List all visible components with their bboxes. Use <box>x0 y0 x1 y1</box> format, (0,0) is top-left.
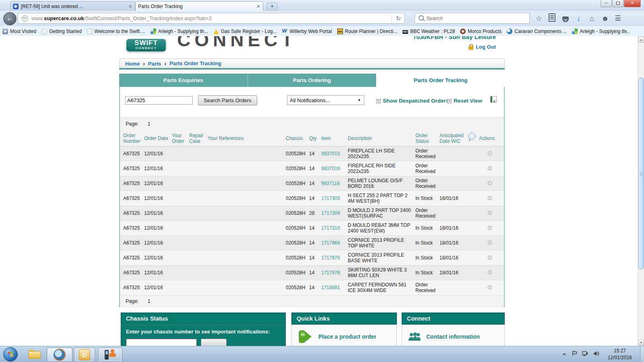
scrollbar-thumb[interactable] <box>638 78 644 269</box>
parts-tab[interactable]: Parts Order Tracking <box>376 74 505 87</box>
order-status: Order Received <box>415 282 440 293</box>
actions-gear-icon[interactable]: ⚙ <box>479 181 502 186</box>
browser-titlebar: [RET-59] Unit was ordered ... ✕ Parts Or… <box>0 0 644 11</box>
contact-information-link[interactable]: Contact information <box>426 333 480 340</box>
actions-gear-icon[interactable]: ⚙ <box>479 240 502 246</box>
clock[interactable]: 15:27 12/01/2016 <box>601 348 638 361</box>
new-tab-button[interactable]: + <box>266 2 278 11</box>
reset-view-link[interactable]: Reset View <box>447 97 482 104</box>
bookmark-item[interactable]: Most Visited <box>2 29 36 34</box>
notifications-dropdown[interactable]: All Notifications... ▼ <box>287 95 364 105</box>
scroll-up-icon[interactable]: ▲ <box>638 37 644 43</box>
qty: 14 <box>309 151 321 156</box>
browser-search-input[interactable] <box>425 15 508 22</box>
hello-smiley-icon[interactable]: ☻ <box>599 12 612 25</box>
actions-gear-icon[interactable]: ⚙ <box>479 166 502 171</box>
reload-icon[interactable]: ↻ <box>392 15 405 22</box>
description: CARPET FERNDOWN 581 ICE 30X4M WIDE <box>348 282 415 293</box>
order-date: 12/01/16 <box>144 285 172 290</box>
actions-gear-icon[interactable]: ⚙ <box>479 285 502 290</box>
breadcrumb-link[interactable]: Parts <box>148 60 169 67</box>
order-search-input[interactable] <box>125 96 193 105</box>
bookmark-item[interactable]: Caravan Components ... <box>507 29 567 34</box>
close-button[interactable]: ✕ <box>624 0 641 7</box>
svg-text:en: en <box>301 333 305 336</box>
tray-expand-icon[interactable] <box>562 351 567 358</box>
search-parts-orders-button[interactable]: Search Parts Orders <box>198 95 257 105</box>
home-icon[interactable]: ⌂ <box>585 12 599 25</box>
anticipated-date: 18/01/16 <box>440 240 469 246</box>
action-center-flag-icon[interactable] <box>572 351 577 358</box>
actions-gear-icon[interactable]: ⚙ <box>479 151 502 156</box>
browser-search-box[interactable] <box>415 13 530 24</box>
chassis-number-input[interactable] <box>126 339 197 346</box>
parts-tab[interactable]: Parts Ordering <box>248 74 377 87</box>
back-button[interactable]: ← <box>3 12 17 25</box>
bookmarks-overflow-chevron-icon[interactable]: » <box>624 28 627 34</box>
order-status: In Stock <box>415 225 440 231</box>
bookmark-item[interactable]: Route Planner | Directi... <box>337 29 398 34</box>
url-path: /SwiftConnect/Parts_Order_Tracking/index… <box>84 15 212 21</box>
network-icon[interactable] <box>582 351 588 358</box>
breadcrumb-link[interactable]: Home <box>125 60 148 67</box>
restore-button[interactable] <box>612 0 623 7</box>
actions-gear-icon[interactable]: ⚙ <box>479 255 502 261</box>
tab-close-icon[interactable]: ✕ <box>256 4 260 9</box>
item-link: 1717309 <box>321 210 348 216</box>
bookmark-item[interactable]: Arleigh - Supplying th... <box>151 29 208 34</box>
actions-gear-icon[interactable]: ⚙ <box>479 210 502 216</box>
bookmark-item[interactable]: Getting Started <box>41 29 82 34</box>
reading-list-icon[interactable] <box>545 12 559 25</box>
qty: 14 <box>309 270 321 276</box>
mail-icon[interactable] <box>469 135 470 142</box>
export-excel-icon[interactable] <box>490 96 497 103</box>
browser-tab-active[interactable]: Parts Order Tracking ✕ <box>135 1 263 11</box>
bookmark-star-icon[interactable]: ☆ <box>532 12 545 25</box>
actions-gear-icon[interactable]: ⚙ <box>479 225 502 231</box>
taskbar-explorer-button[interactable] <box>25 348 44 361</box>
chassis: 020528H <box>286 195 309 201</box>
show-desktop-button[interactable] <box>640 346 644 362</box>
start-button[interactable] <box>3 347 18 362</box>
minimize-button[interactable]: ─ <box>601 0 612 7</box>
bookmark-item[interactable]: Willerby Web Portal <box>282 29 332 34</box>
taskbar-outlook-button[interactable]: O <box>74 348 95 362</box>
description: CORNICE 2013 PROFILE TOP WHITE <box>348 237 415 249</box>
search-icon <box>419 15 424 21</box>
chassis: 020528H <box>286 225 309 231</box>
menu-icon[interactable]: ☰ <box>612 12 624 25</box>
logout-link[interactable]: Log Out <box>469 44 496 50</box>
page-number[interactable]: 1 <box>148 121 151 127</box>
bookmark-item[interactable]: Welcome to the Swift ... <box>87 29 145 34</box>
bookmark-item[interactable]: BBC Weather : PL28 <box>402 29 455 34</box>
item-link: 1718881 <box>321 285 348 290</box>
chassis: 020528H <box>286 166 309 171</box>
place-product-order-link[interactable]: Place a product order <box>318 333 376 340</box>
order-status: Order Received <box>415 178 440 189</box>
taskbar-phone-button[interactable] <box>98 348 122 362</box>
actions-gear-icon[interactable]: ⚙ <box>479 270 502 276</box>
tab-close-icon[interactable]: ✕ <box>128 4 132 9</box>
chassis-submit-button[interactable] <box>201 339 227 346</box>
bookmark-item[interactable]: Arleigh - Supplying th... <box>572 29 630 34</box>
browser-tab-inactive[interactable]: [RET-59] Unit was ordered ... ✕ <box>10 1 135 11</box>
page-scrollbar[interactable]: ▲ ▼ <box>638 36 644 346</box>
downloads-icon[interactable]: ↓ <box>572 12 585 25</box>
bookmark-item[interactable]: Morco Products <box>460 29 502 34</box>
bookmark-item[interactable]: Gas Safe Register - Log... <box>213 29 277 34</box>
anticipated-date: 18/01/16 <box>440 255 469 261</box>
parts-tab[interactable]: Parts Enquiries <box>119 74 248 87</box>
swift-connect-logo: SWIFT CONNECT <box>126 38 167 52</box>
page-number[interactable]: 1 <box>148 298 151 304</box>
url-bar[interactable]: www.supercare.co.uk/SwiftConnect/Parts_O… <box>18 13 405 24</box>
bookmark-label: BBC Weather : PL28 <box>410 29 455 34</box>
pocket-icon[interactable] <box>559 12 572 25</box>
breadcrumb-link[interactable]: Parts Order Tracking <box>169 60 221 66</box>
show-despatched-orders-link[interactable]: Show Despatched Orders <box>376 97 449 104</box>
order-number: A67325 <box>123 285 144 290</box>
taskbar-firefox-button[interactable] <box>47 348 72 362</box>
volume-icon[interactable] <box>593 351 600 358</box>
actions-gear-icon[interactable]: ⚙ <box>479 195 502 201</box>
description: PELMET LOUNGE O/S/F BORD 2016 <box>348 178 415 189</box>
scroll-down-icon[interactable]: ▼ <box>638 339 644 346</box>
